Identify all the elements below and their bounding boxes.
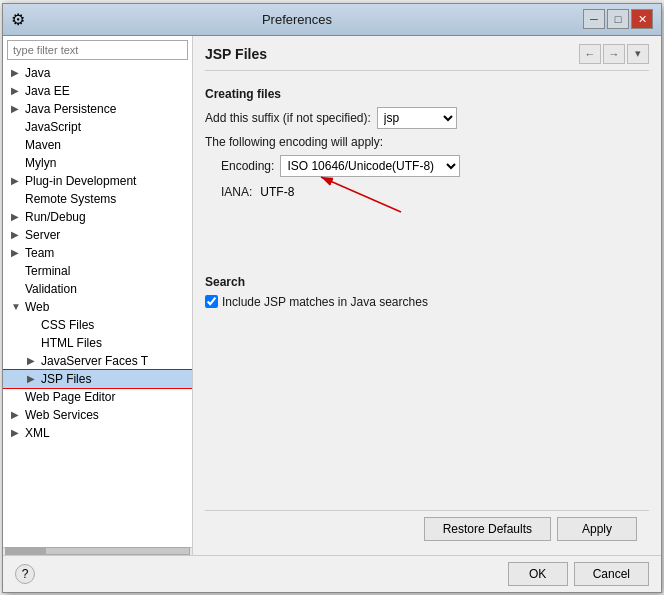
back-button[interactable]: ←	[579, 44, 601, 64]
forward-button[interactable]: →	[603, 44, 625, 64]
expand-icon	[11, 409, 23, 421]
checkbox-row: Include JSP matches in Java searches	[205, 295, 649, 309]
include-jsp-checkbox[interactable]	[205, 295, 218, 308]
expand-icon	[11, 85, 23, 97]
preferences-dialog: ⚙ Preferences ─ □ ✕ Java Java EE	[2, 3, 662, 593]
annotation-arrow	[221, 157, 521, 217]
expand-icon	[11, 427, 23, 439]
toolbar-dropdown[interactable]: ▾	[627, 44, 649, 64]
sidebar-item-javaee[interactable]: Java EE	[3, 82, 192, 100]
sidebar-item-remote-systems[interactable]: Remote Systems	[3, 190, 192, 208]
sidebar-item-css-files[interactable]: CSS Files	[3, 316, 192, 334]
window-title: Preferences	[11, 12, 583, 27]
panel-content-area: Creating files Add this suffix (if not s…	[205, 79, 649, 510]
ok-button[interactable]: OK	[508, 562, 568, 586]
expand-icon	[11, 283, 23, 295]
sidebar-item-jsp-files[interactable]: JSP Files	[3, 370, 192, 388]
search-section: Search Include JSP matches in Java searc…	[205, 275, 649, 309]
expand-icon	[27, 355, 39, 367]
checkbox-label: Include JSP matches in Java searches	[222, 295, 428, 309]
expand-icon	[27, 373, 39, 385]
sidebar-item-java-persistence[interactable]: Java Persistence	[3, 100, 192, 118]
encoding-desc-row: The following encoding will apply:	[205, 135, 649, 149]
sidebar-item-xml[interactable]: XML	[3, 424, 192, 442]
cancel-button[interactable]: Cancel	[574, 562, 649, 586]
sidebar-item-html-files[interactable]: HTML Files	[3, 334, 192, 352]
creating-files-section-title: Creating files	[205, 87, 649, 101]
expand-icon	[11, 193, 23, 205]
filter-input[interactable]	[7, 40, 188, 60]
help-button[interactable]: ?	[15, 564, 35, 584]
main-content: Java Java EE Java Persistence JavaScript	[3, 36, 661, 555]
minimize-button[interactable]: ─	[583, 9, 605, 29]
expand-icon	[27, 337, 39, 349]
ok-cancel-area: OK Cancel	[508, 562, 649, 586]
sidebar-item-plugin-dev[interactable]: Plug-in Development	[3, 172, 192, 190]
arrow-annotation-container	[221, 207, 649, 267]
footer-bar: ? OK Cancel	[3, 555, 661, 592]
suffix-select[interactable]: jsp	[377, 107, 457, 129]
sidebar-item-maven[interactable]: Maven	[3, 136, 192, 154]
apply-button[interactable]: Apply	[557, 517, 637, 541]
sidebar-item-java[interactable]: Java	[3, 64, 192, 82]
panel-header: JSP Files ← → ▾	[205, 44, 649, 71]
expand-icon	[11, 211, 23, 223]
sidebar-item-terminal[interactable]: Terminal	[3, 262, 192, 280]
sidebar-item-web[interactable]: Web	[3, 298, 192, 316]
suffix-row: Add this suffix (if not specified): jsp	[205, 107, 649, 129]
panel-title: JSP Files	[205, 46, 267, 62]
sidebar-item-team[interactable]: Team	[3, 244, 192, 262]
restore-apply-bar: Restore Defaults Apply	[205, 510, 649, 547]
sidebar-item-web-page-editor[interactable]: Web Page Editor	[3, 388, 192, 406]
sidebar-item-jsf[interactable]: JavaServer Faces T	[3, 352, 192, 370]
expand-icon	[11, 157, 23, 169]
sidebar-item-web-services[interactable]: Web Services	[3, 406, 192, 424]
horizontal-scrollbar[interactable]	[5, 547, 190, 555]
scroll-thumb	[6, 548, 46, 554]
horizontal-scrollbar-area	[3, 547, 192, 555]
expand-icon	[11, 391, 23, 403]
expand-icon	[11, 103, 23, 115]
restore-defaults-button[interactable]: Restore Defaults	[424, 517, 551, 541]
sidebar-item-server[interactable]: Server	[3, 226, 192, 244]
expand-icon	[11, 301, 23, 313]
sidebar-item-javascript[interactable]: JavaScript	[3, 118, 192, 136]
expand-icon	[11, 247, 23, 259]
suffix-label: Add this suffix (if not specified):	[205, 111, 371, 125]
right-panel: JSP Files ← → ▾ Creating files Add this …	[193, 36, 661, 555]
svg-line-1	[321, 177, 401, 212]
expand-icon	[11, 139, 23, 151]
sidebar-item-mylyn[interactable]: Mylyn	[3, 154, 192, 172]
search-section-title: Search	[205, 275, 649, 289]
expand-icon	[11, 175, 23, 187]
sidebar: Java Java EE Java Persistence JavaScript	[3, 36, 193, 555]
panel-toolbar: ← → ▾	[579, 44, 649, 64]
titlebar: ⚙ Preferences ─ □ ✕	[3, 4, 661, 36]
expand-icon	[27, 319, 39, 331]
expand-icon	[11, 229, 23, 241]
maximize-button[interactable]: □	[607, 9, 629, 29]
encoding-desc-label: The following encoding will apply:	[205, 135, 383, 149]
expand-icon	[11, 265, 23, 277]
sidebar-item-run-debug[interactable]: Run/Debug	[3, 208, 192, 226]
expand-icon	[11, 121, 23, 133]
tree-container: Java Java EE Java Persistence JavaScript	[3, 64, 192, 547]
close-button[interactable]: ✕	[631, 9, 653, 29]
sidebar-item-validation[interactable]: Validation	[3, 280, 192, 298]
window-controls: ─ □ ✕	[583, 9, 653, 29]
expand-icon	[11, 67, 23, 79]
